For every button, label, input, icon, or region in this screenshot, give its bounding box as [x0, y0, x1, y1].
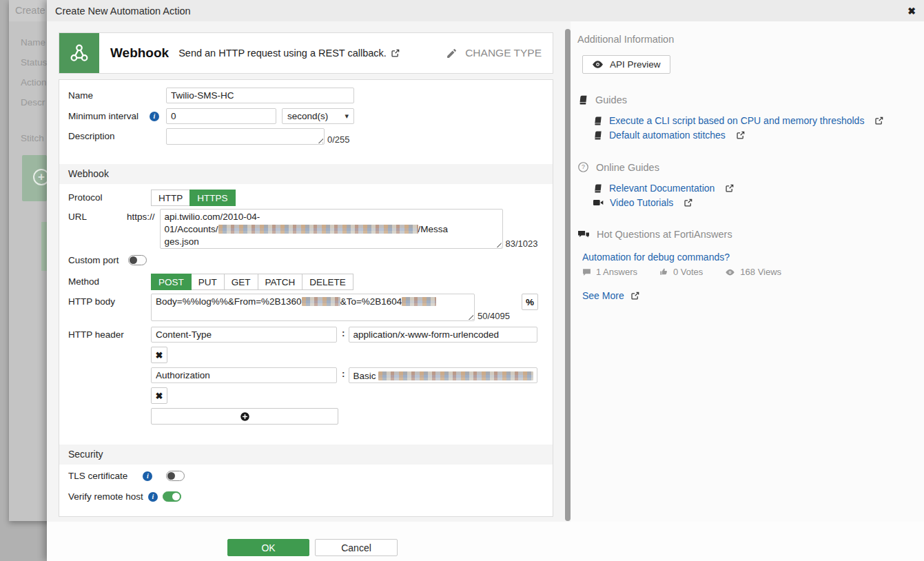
redacted-from-number	[302, 297, 340, 306]
views-count: 168 Views	[740, 267, 781, 277]
chat-bubbles-icon	[577, 229, 590, 240]
method-patch-button[interactable]: PATCH	[258, 274, 303, 290]
hot-question-link[interactable]: Automation for debug commands?	[582, 252, 922, 263]
minimum-interval-input[interactable]	[166, 108, 276, 124]
thumbs-up-icon	[659, 267, 668, 276]
close-icon[interactable]: ✖	[907, 6, 916, 16]
webhook-icon	[59, 33, 99, 73]
see-more-row: See More	[582, 290, 922, 301]
footer-bar	[47, 522, 924, 561]
method-label: Method	[68, 274, 151, 287]
online-guide-link-row: Video Tutorials	[593, 197, 922, 208]
external-link-icon[interactable]	[725, 183, 735, 193]
dialog-footer: OK Cancel	[227, 539, 398, 556]
votes-count: 0 Votes	[673, 267, 703, 277]
action-type-card: Webhook Send an HTTP request using a RES…	[59, 32, 553, 74]
minimum-interval-row: Minimum intervali second(s) ▾	[59, 108, 553, 124]
external-link-icon[interactable]	[874, 116, 884, 125]
custom-port-row: Custom port	[59, 255, 553, 265]
ok-button[interactable]: OK	[227, 539, 309, 556]
online-guide-link-row: Relevant Documentation	[593, 183, 922, 194]
guides-section-header: Guides	[577, 94, 922, 105]
url-textarea[interactable]: api.twilio.com/2010-04- 01/Accounts//Mes…	[160, 209, 503, 249]
additional-information-panel: Additional Information API Preview Guide…	[577, 34, 922, 301]
redacted-auth-token	[378, 371, 533, 380]
http-body-label: HTTP body	[68, 294, 151, 307]
verify-remote-host-toggle[interactable]	[163, 491, 181, 502]
video-camera-icon	[593, 198, 604, 207]
change-type-button[interactable]: CHANGE TYPE	[446, 47, 542, 59]
tls-certificate-label: TLS certificate	[68, 471, 127, 481]
insert-variable-button[interactable]: %	[522, 294, 538, 310]
protocol-https-button[interactable]: HTTPS	[189, 190, 235, 206]
external-link-icon[interactable]	[391, 48, 400, 58]
method-post-button[interactable]: POST	[151, 274, 192, 290]
external-link-icon[interactable]	[684, 198, 693, 207]
header-value-input-1[interactable]	[349, 327, 537, 343]
custom-port-label: Custom port	[68, 255, 119, 265]
bg-label-status: Status	[21, 57, 47, 68]
resize-handle[interactable]	[317, 137, 323, 143]
protocol-http-button[interactable]: HTTP	[151, 190, 190, 206]
method-delete-button[interactable]: DELETE	[302, 274, 353, 290]
header-separator: :	[337, 367, 349, 379]
protocol-label: Protocol	[68, 190, 151, 203]
comment-icon	[582, 268, 591, 276]
header-delete-row-1: ✖	[59, 347, 553, 367]
api-preview-button[interactable]: API Preview	[582, 55, 670, 74]
guide-link-default-stitches[interactable]: Default automation stitches	[609, 130, 726, 141]
name-input[interactable]	[166, 88, 354, 103]
redacted-to-number	[402, 297, 436, 306]
chevron-down-icon: ▾	[345, 112, 349, 121]
vertical-scrollbar[interactable]	[565, 29, 571, 521]
info-icon[interactable]: i	[148, 492, 158, 502]
video-tutorials-link[interactable]: Video Tutorials	[610, 197, 673, 208]
description-row: Description 0/255	[59, 128, 553, 145]
bg-add-stitch-card: +	[22, 155, 47, 201]
external-link-icon[interactable]	[736, 130, 746, 140]
book-icon	[593, 116, 603, 126]
delete-header-button-2[interactable]: ✖	[151, 387, 167, 404]
header-key-input-1[interactable]	[151, 327, 337, 343]
svg-text:?: ?	[582, 163, 585, 170]
guide-link-row: Execute a CLI script based on CPU and me…	[593, 115, 922, 126]
interval-unit-select[interactable]: second(s) ▾	[282, 108, 354, 124]
dialog-titlebar: Create New Automation Action ✖	[47, 0, 924, 21]
book-icon	[577, 94, 588, 105]
external-link-icon[interactable]	[630, 291, 640, 300]
header-value-input-2[interactable]: Basic	[349, 367, 537, 383]
protocol-segment: HTTP HTTPS	[151, 190, 236, 206]
http-header-row-2: : Basic	[59, 367, 553, 383]
header-key-input-2[interactable]	[151, 367, 337, 383]
method-segment: POST PUT GET PATCH DELETE	[151, 274, 353, 290]
see-more-link[interactable]: See More	[582, 290, 624, 301]
relevant-documentation-link[interactable]: Relevant Documentation	[609, 183, 715, 194]
http-body-textarea[interactable]: Body=%%log%%&From=%2B1360&To=%2B1604	[151, 294, 475, 321]
question-circle-icon: ?	[577, 161, 589, 173]
cancel-button[interactable]: Cancel	[315, 539, 398, 556]
description-label: Description	[68, 128, 166, 141]
resize-handle[interactable]	[467, 314, 473, 320]
action-type-description: Send an HTTP request using a REST callba…	[178, 48, 400, 59]
method-put-button[interactable]: PUT	[191, 274, 225, 290]
main-column: Webhook Send an HTTP request using a RES…	[59, 32, 553, 517]
tls-certificate-toggle[interactable]	[166, 471, 185, 481]
bg-label-name: Name	[21, 37, 45, 48]
description-textarea[interactable]	[166, 128, 325, 145]
custom-port-toggle[interactable]	[128, 255, 147, 265]
guide-link-cli-script[interactable]: Execute a CLI script based on CPU and me…	[609, 115, 864, 126]
minimum-interval-label: Minimum intervali	[68, 108, 166, 121]
bg-label-stitch: Stitch	[21, 133, 44, 143]
add-header-button[interactable]	[151, 408, 338, 425]
answers-count: 1 Answers	[596, 267, 637, 277]
book-icon	[593, 130, 603, 141]
info-icon[interactable]: i	[143, 471, 152, 481]
http-header-label: HTTP header	[68, 327, 151, 340]
url-label: URL	[68, 209, 127, 222]
http-body-row: HTTP body Body=%%log%%&From=%2B1360&To=%…	[59, 294, 553, 321]
method-get-button[interactable]: GET	[224, 274, 258, 290]
bg-label-action: Action	[21, 77, 47, 88]
info-icon[interactable]: i	[150, 112, 159, 121]
section-security: Security	[59, 445, 553, 465]
delete-header-button-1[interactable]: ✖	[151, 347, 167, 363]
